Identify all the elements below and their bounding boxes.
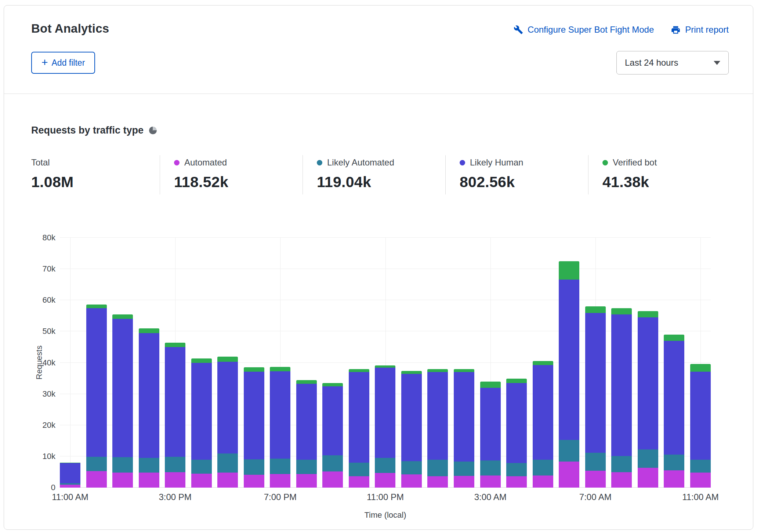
bar-5-00-pm[interactable] xyxy=(217,238,238,488)
bar-segment-likely-human xyxy=(112,319,133,457)
bar-segment-verified-bot xyxy=(585,306,606,313)
stat-label-automated: Automated xyxy=(184,157,227,168)
bar-8-00-pm[interactable] xyxy=(296,238,317,488)
y-tick-label: 30k xyxy=(43,389,55,399)
bar-9-00-pm[interactable] xyxy=(322,238,343,488)
printer-icon xyxy=(671,25,681,35)
bar-6-00-am[interactable] xyxy=(559,238,579,488)
card-body: Requests by traffic type Total 1.08M Aut… xyxy=(4,125,753,530)
bar-10-00-pm[interactable] xyxy=(349,238,369,488)
bar-segment-automated xyxy=(611,472,632,488)
stat-label-likely-automated: Likely Automated xyxy=(327,157,394,168)
bar-segment-verified-bot xyxy=(506,379,527,383)
bar-segment-verified-bot xyxy=(611,308,632,315)
bar-6-00-pm[interactable] xyxy=(244,238,264,488)
stat-label-verified-bot: Verified bot xyxy=(613,157,657,168)
bar-segment-automated xyxy=(585,471,606,488)
bar-segment-verified-bot xyxy=(480,382,501,388)
bar-segment-likely-human xyxy=(427,372,448,460)
bar-1-00-pm[interactable] xyxy=(112,238,133,488)
bar-segment-likely-human xyxy=(638,317,658,449)
stat-value-likely-automated: 119.04k xyxy=(317,174,445,191)
print-report-link[interactable]: Print report xyxy=(671,25,729,35)
y-tick-label: 50k xyxy=(43,327,55,336)
bar-segment-automated xyxy=(506,476,527,488)
plot-area xyxy=(60,238,711,488)
bar-5-00-am[interactable] xyxy=(533,238,553,488)
filter-row: + Add filter Last 24 hours xyxy=(31,51,729,74)
bar-2-00-pm[interactable] xyxy=(139,238,159,488)
bar-segment-automated xyxy=(86,471,107,488)
bar-segment-likely-human xyxy=(217,362,238,453)
bar-segment-verified-bot xyxy=(86,305,107,308)
bar-9-00-am[interactable] xyxy=(638,238,658,488)
add-filter-button[interactable]: + Add filter xyxy=(31,52,95,74)
bar-3-00-pm[interactable] xyxy=(165,238,185,488)
bar-segment-likely-human xyxy=(60,463,80,483)
x-tick-label: 11:00 AM xyxy=(682,492,719,502)
bar-12-00-pm[interactable] xyxy=(86,238,107,488)
x-tick-label: 11:00 PM xyxy=(367,492,404,502)
configure-super-bot-fight-mode-link[interactable]: Configure Super Bot Fight Mode xyxy=(514,25,654,35)
y-tick-label: 70k xyxy=(43,264,55,274)
bar-4-00-pm[interactable] xyxy=(191,238,212,488)
bar-12-00-am[interactable] xyxy=(401,238,422,488)
header-divider xyxy=(4,94,753,94)
y-tick-label: 20k xyxy=(43,420,55,430)
bar-segment-automated xyxy=(217,473,238,488)
bar-segment-likely-automated xyxy=(322,455,343,471)
y-tick-label: 80k xyxy=(43,233,55,243)
bar-segment-likely-human xyxy=(349,372,369,463)
bar-segment-automated xyxy=(349,476,369,488)
stat-likely-human: Likely Human 802.56k xyxy=(445,155,588,194)
bar-segment-likely-automated xyxy=(191,460,212,473)
bar-segment-automated xyxy=(112,473,133,488)
bar-segment-automated xyxy=(690,473,711,488)
bar-segment-likely-automated xyxy=(611,456,632,472)
pie-chart-icon xyxy=(149,127,157,134)
bar-11-00-am[interactable] xyxy=(60,238,80,488)
bar-segment-automated xyxy=(638,468,658,488)
bar-10-00-am[interactable] xyxy=(664,238,684,488)
requests-chart: Requests 010k20k30k40k50k60k70k80k 11:00… xyxy=(31,238,711,520)
bar-2-00-am[interactable] xyxy=(454,238,474,488)
bar-segment-likely-human xyxy=(611,314,632,456)
bar-segment-verified-bot xyxy=(165,343,185,347)
bar-segment-automated xyxy=(401,474,422,488)
bar-segment-verified-bot xyxy=(270,367,290,371)
bar-segment-verified-bot xyxy=(664,335,684,341)
bar-segment-likely-automated xyxy=(139,458,159,473)
bar-segment-likely-automated xyxy=(559,440,579,462)
x-axis-labels: 11:00 AM3:00 PM7:00 PM11:00 PM3:00 AM7:0… xyxy=(60,492,711,504)
bar-segment-likely-human xyxy=(244,372,264,459)
stat-label-total: Total xyxy=(31,157,50,168)
bar-segment-likely-automated xyxy=(454,462,474,476)
stat-value-verified-bot: 41.38k xyxy=(602,174,731,191)
bar-segment-automated xyxy=(165,472,185,488)
bar-segment-likely-automated xyxy=(585,453,606,471)
bar-segment-automated xyxy=(139,473,159,488)
bar-segment-likely-automated xyxy=(244,459,264,475)
bar-segment-verified-bot xyxy=(454,369,474,372)
bar-segment-likely-human xyxy=(296,384,317,460)
legend-dot-likely-human xyxy=(460,160,465,165)
bar-4-00-am[interactable] xyxy=(506,238,527,488)
bar-segment-likely-human xyxy=(690,372,711,460)
bar-7-00-pm[interactable] xyxy=(270,238,290,488)
bar-segment-automated xyxy=(191,474,212,488)
bar-7-00-am[interactable] xyxy=(585,238,606,488)
traffic-stats-row: Total 1.08M Automated 118.52k Likely Aut… xyxy=(31,155,731,194)
bar-11-00-pm[interactable] xyxy=(375,238,395,488)
chevron-down-icon xyxy=(714,61,720,65)
bar-1-00-am[interactable] xyxy=(427,238,448,488)
bar-segment-automated xyxy=(427,476,448,488)
bar-segment-verified-bot xyxy=(427,369,448,372)
time-range-select[interactable]: Last 24 hours xyxy=(616,51,729,74)
bar-segment-likely-human xyxy=(585,313,606,453)
bar-3-00-am[interactable] xyxy=(480,238,501,488)
bar-8-00-am[interactable] xyxy=(611,238,632,488)
bar-segment-likely-human xyxy=(191,363,212,460)
stat-verified-bot: Verified bot 41.38k xyxy=(588,155,731,194)
bar-segment-verified-bot xyxy=(401,371,422,374)
bar-11-00-am[interactable] xyxy=(690,238,711,488)
